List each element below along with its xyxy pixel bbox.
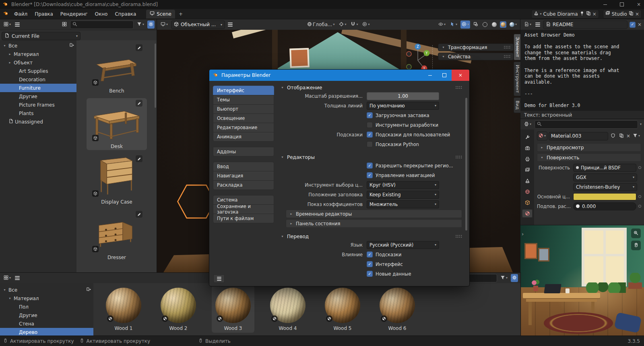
tree-item-все[interactable]: ▾Все: [0, 41, 76, 50]
menu-рендеринг[interactable]: Рендеринг: [57, 10, 91, 18]
menu-правка[interactable]: Правка: [31, 10, 57, 18]
panel-properties[interactable]: ▾Свойства: [438, 53, 514, 60]
pref-subpanel-панель-состояния[interactable]: ▸Панель состояния: [286, 219, 462, 228]
drag-grip-icon[interactable]: [504, 45, 510, 49]
pref-section-header[interactable]: ▾Редакторы: [280, 153, 462, 161]
pref-tab-интерфейс[interactable]: Интерфейс: [213, 86, 274, 95]
sidebar-tab-инструмент[interactable]: Инструмент: [514, 62, 520, 96]
animate-dot-icon[interactable]: [638, 166, 641, 169]
sidebar-tab-элемент[interactable]: Элемент: [514, 34, 520, 60]
edit-asset-icon[interactable]: [136, 155, 142, 162]
menu-button[interactable]: [227, 21, 233, 28]
drag-grip-icon[interactable]: [455, 86, 462, 89]
browse-material-button[interactable]: ▾: [537, 132, 547, 140]
asset-source-select[interactable]: Current File ▾: [2, 32, 80, 40]
properties-search-input[interactable]: [543, 122, 636, 127]
material-card-wood-4[interactable]: Wood 4: [266, 286, 309, 333]
tree-item-другие[interactable]: Другие: [0, 92, 76, 101]
new-scene-icon[interactable]: [586, 11, 591, 17]
unlink-material-button[interactable]: ×: [626, 133, 630, 139]
pref-tab-сохранение-и-загрузка[interactable]: Сохранение и загрузка: [213, 204, 274, 214]
pref-tab-освещение[interactable]: Освещение: [213, 113, 274, 123]
dropdown-язык[interactable]: Русский (Русский)▾: [367, 241, 439, 249]
add-workspace-button[interactable]: +: [176, 11, 186, 17]
dropdown-толщина-линий[interactable]: По умолчанию▾: [367, 102, 439, 110]
tree-item-art-supplies[interactable]: Art Supplies: [0, 67, 76, 75]
editor-type-button[interactable]: ▾: [523, 120, 533, 128]
menu-окно[interactable]: Окно: [91, 10, 111, 18]
matball-properties-tab[interactable]: [522, 209, 533, 218]
register-checkbox[interactable]: ✓: [630, 22, 636, 28]
dropdown-показ-коэффициентов[interactable]: Множитель▾: [367, 200, 439, 208]
panel-transform[interactable]: ▾Трансформация: [438, 43, 514, 51]
pivot-select[interactable]: ▾: [338, 21, 347, 29]
checkbox-подсказки-для-пользователей[interactable]: ✓: [367, 132, 373, 138]
edit-asset-icon[interactable]: [136, 44, 142, 51]
unlink-text-button[interactable]: ×: [638, 22, 642, 27]
edit-asset-icon[interactable]: [136, 211, 142, 218]
preferences-menu-button[interactable]: [213, 274, 225, 283]
pref-tab-темы[interactable]: Темы: [213, 95, 274, 105]
pref-tab-редактирование[interactable]: Редактирование: [213, 123, 274, 132]
dropdown-инструмент-выбора-ц[interactable]: Круг (HSV)▾: [367, 181, 439, 189]
asset-search-input[interactable]: [79, 22, 131, 27]
panel-preview[interactable]: ▸Предпросмотр: [537, 143, 641, 152]
drag-grip-icon[interactable]: [455, 155, 462, 159]
dropdown-christensen-burley[interactable]: Christensen-Burley▾: [573, 183, 637, 191]
cube-properties-tab[interactable]: [522, 198, 533, 207]
scrollbar[interactable]: [155, 43, 156, 108]
window-minimize-button[interactable]: [597, 0, 613, 9]
material-card-wood-6[interactable]: Wood 6: [376, 286, 419, 333]
wrench-properties-tab[interactable]: [522, 133, 533, 142]
checkbox-подсказки-python[interactable]: [367, 141, 373, 147]
tree-item-другие[interactable]: Другие: [0, 311, 93, 319]
window-close-button[interactable]: ×: [630, 0, 644, 9]
tree-item-unassigned[interactable]: Unassigned: [0, 117, 76, 126]
panel-surface[interactable]: ▾Поверхность: [537, 153, 641, 162]
display-settings-button[interactable]: [511, 274, 518, 282]
display-mode-button[interactable]: [61, 21, 68, 29]
tree-item-пол[interactable]: Пол: [0, 303, 93, 311]
editor-type-button[interactable]: ▾: [159, 21, 169, 29]
window-maximize-button[interactable]: [613, 0, 630, 9]
copy-material-button[interactable]: [618, 132, 625, 140]
view-layer-selector[interactable]: Studio ×: [603, 10, 642, 19]
pref-section-header[interactable]: ▾Отображение: [280, 83, 462, 92]
properties-search[interactable]: [535, 120, 638, 129]
drag-grip-icon[interactable]: [455, 235, 462, 238]
scene-selector[interactable]: ▾ Cube Diorama ×: [531, 10, 599, 19]
fake-user-button[interactable]: [609, 132, 617, 140]
remove-view-layer-icon[interactable]: ×: [635, 11, 639, 17]
xray-toggle[interactable]: [472, 21, 479, 29]
images-properties-tab[interactable]: [522, 166, 533, 174]
tree-item-все[interactable]: ▾Все: [0, 286, 93, 294]
pref-subpanel-временные-редакторы[interactable]: ▸Временные редакторы: [286, 210, 462, 218]
mode-select[interactable]: Объектный ... ▾: [171, 21, 225, 29]
shading-material-button[interactable]: [500, 21, 506, 28]
drag-grip-icon[interactable]: [504, 55, 510, 58]
material-card-wood-3[interactable]: Wood 3: [212, 286, 254, 333]
add-catalog-icon[interactable]: [86, 287, 91, 293]
shading-wireframe-button[interactable]: [481, 21, 489, 29]
animate-dot-icon[interactable]: [638, 205, 641, 208]
text-datablock-select[interactable]: README: [543, 21, 627, 29]
dialog-close-button[interactable]: ×: [452, 70, 469, 81]
pref-tab-анимация[interactable]: Анимация: [213, 132, 274, 142]
editor-type-button[interactable]: ▾: [2, 274, 12, 282]
world-properties-tab[interactable]: [522, 187, 533, 196]
material-card-wood-5[interactable]: Wood 5: [321, 286, 364, 333]
tree-item-стена[interactable]: Стена: [0, 319, 93, 328]
checkbox-разрешить-перекрытие-регио[interactable]: ✓: [367, 163, 373, 169]
visibility-dropdown[interactable]: ▾: [437, 21, 447, 29]
preferences-titlebar[interactable]: Параметры Blender ×: [209, 70, 469, 81]
orientation-select[interactable]: Глоба...▾: [306, 21, 336, 29]
pin-icon[interactable]: [580, 11, 584, 17]
tree-item-объект[interactable]: ▸Объект: [0, 58, 76, 67]
dialog-maximize-button[interactable]: [437, 70, 452, 81]
menu-button[interactable]: [535, 21, 541, 28]
snap-toggle[interactable]: ▾: [349, 21, 359, 29]
blender-menu-button[interactable]: [2, 10, 10, 18]
asset-card-display-case[interactable]: Display Case: [87, 154, 147, 206]
asset-card-desk[interactable]: Desk: [87, 98, 147, 150]
display-settings-button[interactable]: [147, 21, 155, 29]
